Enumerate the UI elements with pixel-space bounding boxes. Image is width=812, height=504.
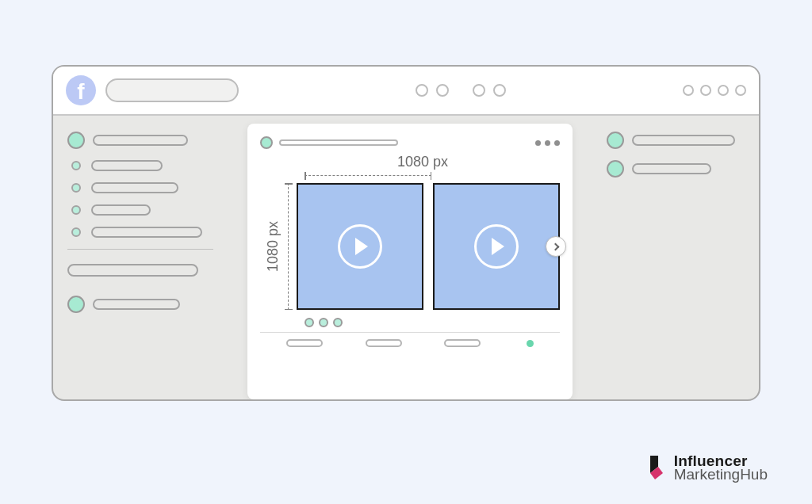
sidebar-item-label [93,135,188,146]
like-button[interactable] [286,339,323,347]
avatar-icon [607,132,624,149]
reaction-icon[interactable] [319,318,328,327]
sidebar-item[interactable] [607,160,745,178]
post-actions [260,339,560,347]
brand-line2: MarketingHub [674,467,768,482]
carousel: 1080 px [260,183,560,310]
nav-icon[interactable] [416,84,428,97]
width-dimension-label: 1080 px [285,154,560,170]
sidebar-item-label [91,227,202,238]
sidebar-item[interactable] [607,132,745,149]
bullet-icon [71,183,81,193]
feed-column: 1080 px 1080 px [228,116,592,399]
chevron-right-icon [551,242,559,250]
post-card: 1080 px 1080 px [247,124,573,399]
action-icon[interactable] [735,85,746,96]
topbar-center-nav [248,84,673,97]
nav-icon[interactable] [473,84,485,97]
sidebar-item-label [632,163,711,174]
sidebar-item[interactable] [67,132,213,149]
sidebar-item[interactable] [67,160,213,171]
nav-icon[interactable] [436,84,449,97]
engagement-icons [304,318,560,327]
share-button[interactable] [444,339,481,347]
sidebar-item-label [91,204,151,216]
nav-icon[interactable] [493,84,506,97]
search-input[interactable] [105,78,239,102]
top-bar: f [53,67,759,116]
brand-mark-icon [647,456,668,479]
bullet-icon [71,205,81,215]
sidebar-item[interactable] [67,204,213,216]
reaction-icon[interactable] [333,318,343,327]
action-icon[interactable] [718,85,729,96]
video-tile[interactable] [433,183,560,310]
avatar-icon [607,160,624,178]
avatar-icon [67,132,85,149]
height-dimension-label: 1080 px [265,221,282,272]
play-icon [338,224,382,269]
topbar-right-actions [683,85,746,96]
post-menu-icon[interactable] [535,140,560,146]
carousel-next-button[interactable] [546,236,566,257]
body-columns: 1080 px 1080 px [53,116,759,399]
sidebar-item-label [91,160,163,171]
sidebar-item[interactable] [67,182,213,193]
post-avatar-icon[interactable] [260,136,273,149]
play-icon [474,224,519,269]
sidebar-item[interactable] [67,227,213,238]
watermark-logo: Influencer MarketingHub [647,453,768,482]
video-tile[interactable] [297,183,423,310]
avatar-icon [67,296,85,313]
bullet-icon [71,161,81,170]
height-dimension-line [285,183,293,310]
left-sidebar [53,116,228,399]
action-icon[interactable] [700,85,711,96]
browser-window: f [52,65,760,401]
reaction-icon[interactable] [304,318,314,327]
right-sidebar [592,116,759,399]
sidebar-item[interactable] [67,264,213,277]
divider [260,332,560,333]
carousel-tiles [297,183,560,310]
post-header [260,136,560,149]
facebook-logo-icon[interactable]: f [66,75,96,105]
sidebar-item[interactable] [67,296,213,313]
width-dimension-line [304,172,431,180]
bullet-icon [71,227,81,237]
height-dimension: 1080 px [260,183,297,310]
status-dot-icon [527,340,534,347]
action-icon[interactable] [683,85,694,96]
post-author-label [279,139,398,146]
sidebar-item-label [91,182,178,193]
sidebar-item-label [632,135,735,146]
sidebar-item-label [67,264,198,277]
sidebar-item-label [93,299,180,310]
divider [67,249,213,250]
comment-button[interactable] [366,339,402,347]
